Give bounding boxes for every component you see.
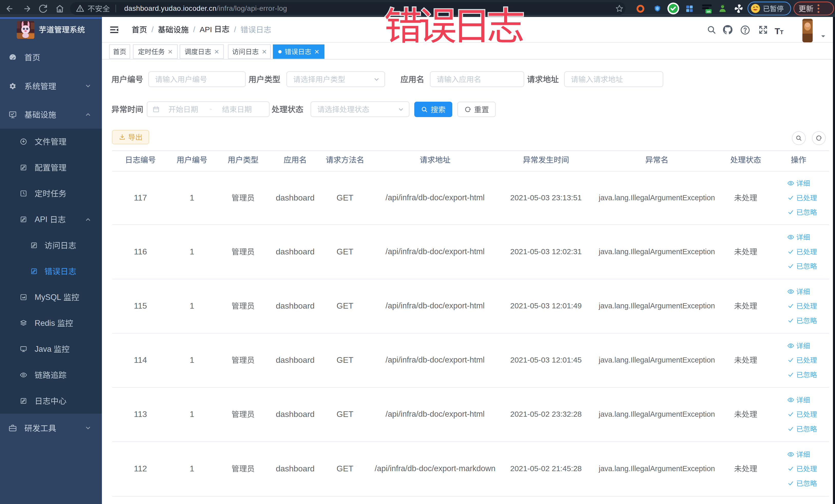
svg-text:on: on — [707, 10, 711, 13]
